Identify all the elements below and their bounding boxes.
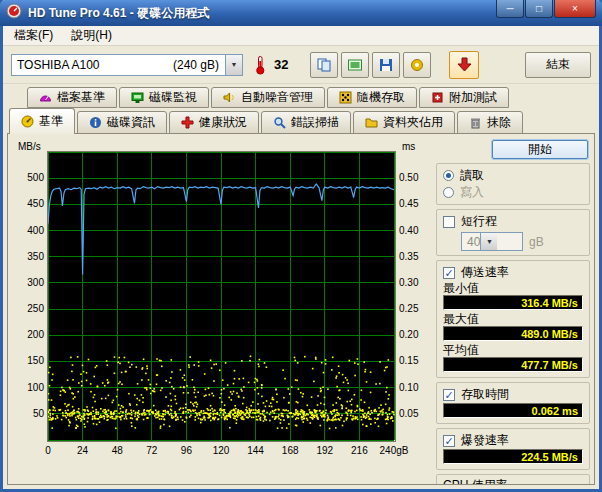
avg-value: 477.7 MB/s xyxy=(443,357,583,372)
svg-text:0.50: 0.50 xyxy=(399,172,419,183)
download-button[interactable] xyxy=(449,51,479,79)
toolbar-button-group xyxy=(310,52,431,78)
error-scan-icon xyxy=(273,116,286,129)
tab-label: 磁碟資訊 xyxy=(107,114,155,131)
svg-text:150: 150 xyxy=(27,355,44,366)
access-time-checkbox[interactable]: 存取時間 xyxy=(443,386,583,403)
title-bar: HD Tune Pro 4.61 - 硬碟公用程式 ─ □ × xyxy=(0,0,602,26)
exit-button[interactable]: 結束 xyxy=(525,52,591,78)
tab-erase[interactable]: 抹除 xyxy=(457,111,523,134)
tab-row-bottom: 基準磁碟資訊健康狀況錯誤掃描資料夾佔用抹除 xyxy=(3,108,599,134)
aam-icon xyxy=(223,91,236,104)
svg-text:48: 48 xyxy=(112,445,124,456)
caption-buttons: ─ □ × xyxy=(496,0,596,18)
tab-label: 附加測試 xyxy=(449,89,497,106)
svg-text:200: 200 xyxy=(27,329,44,340)
svg-text:72: 72 xyxy=(146,445,158,456)
start-button[interactable]: 開始 xyxy=(492,140,588,159)
short-stroke-checkbox[interactable]: 短行程 xyxy=(443,213,583,230)
burst-rate-group: 爆發速率 224.5 MB/s xyxy=(436,428,590,470)
svg-text:MB/s: MB/s xyxy=(18,141,41,152)
burst-rate-label: 爆發速率 xyxy=(461,432,509,449)
minimize-button[interactable]: ─ xyxy=(496,0,524,18)
transfer-rate-group: 傳送速率 最小值 316.4 MB/s 最大值 489.0 MB/s 平均值 4… xyxy=(436,260,590,378)
max-label: 最大值 xyxy=(443,312,583,326)
folder-usage-icon xyxy=(365,116,378,129)
tab-label: 錯誤掃描 xyxy=(291,114,339,131)
svg-text:350: 350 xyxy=(27,251,44,262)
short-stroke-size-row: 40 ▼ gB xyxy=(461,232,583,251)
svg-text:216: 216 xyxy=(351,445,368,456)
tab-extra-tests[interactable]: 附加測試 xyxy=(419,87,509,108)
svg-text:0.35: 0.35 xyxy=(399,251,419,262)
svg-text:0.15: 0.15 xyxy=(399,355,419,366)
radio-selected-icon xyxy=(443,170,454,181)
svg-text:0.10: 0.10 xyxy=(399,382,419,393)
screenshot-button[interactable] xyxy=(341,52,369,78)
burst-rate-checkbox[interactable]: 爆發速率 xyxy=(443,432,583,449)
thermometer-icon xyxy=(255,55,266,75)
tab-label: 檔案基準 xyxy=(57,89,105,106)
svg-text:500: 500 xyxy=(27,172,44,183)
app-icon xyxy=(6,3,22,23)
tab-error-scan[interactable]: 錯誤掃描 xyxy=(261,111,351,134)
copy-button[interactable] xyxy=(310,52,338,78)
svg-text:450: 450 xyxy=(27,198,44,209)
window-title: HD Tune Pro 4.61 - 硬碟公用程式 xyxy=(28,5,209,22)
svg-text:24: 24 xyxy=(77,445,89,456)
min-label: 最小值 xyxy=(443,281,583,295)
tab-disk-monitor[interactable]: 磁碟監視 xyxy=(119,87,209,108)
erase-icon xyxy=(469,116,482,129)
tab-folder-usage[interactable]: 資料夾佔用 xyxy=(353,111,455,134)
access-time-value: 0.062 ms xyxy=(443,403,583,418)
close-button[interactable]: × xyxy=(554,0,596,18)
tab-random-access[interactable]: 隨機存取 xyxy=(327,87,417,108)
svg-text:400: 400 xyxy=(27,225,44,236)
chevron-down-icon[interactable]: ▼ xyxy=(225,55,242,75)
cpu-usage-label: CPU 使用率 xyxy=(443,478,583,485)
svg-text:168: 168 xyxy=(282,445,299,456)
write-radio[interactable]: 寫入 xyxy=(443,184,583,201)
tab-disk-info[interactable]: 磁碟資訊 xyxy=(77,111,167,134)
checkbox-checked-icon xyxy=(443,435,455,447)
svg-text:ms: ms xyxy=(402,141,415,152)
svg-text:0.30: 0.30 xyxy=(399,277,419,288)
read-radio-label: 讀取 xyxy=(460,167,484,184)
tab-aam[interactable]: 自動噪音管理 xyxy=(211,87,325,108)
app-window: HD Tune Pro 4.61 - 硬碟公用程式 ─ □ × 檔案(F)說明(… xyxy=(0,0,602,492)
read-write-group: 讀取 寫入 xyxy=(436,163,590,205)
tab-file-benchmark[interactable]: 檔案基準 xyxy=(27,87,117,108)
radio-unselected-icon xyxy=(443,187,454,198)
svg-text:100: 100 xyxy=(27,382,44,393)
maximize-button[interactable]: □ xyxy=(525,0,553,18)
tab-label: 抹除 xyxy=(487,114,511,131)
burst-rate-value: 224.5 MB/s xyxy=(443,449,583,464)
drive-selector[interactable]: TOSHIBA A100 (240 gB) ▼ xyxy=(11,54,243,76)
svg-text:240gB: 240gB xyxy=(380,445,409,456)
svg-text:50: 50 xyxy=(33,408,45,419)
tab-health[interactable]: 健康狀況 xyxy=(169,111,259,134)
tab-benchmark[interactable]: 基準 xyxy=(9,108,75,134)
tab-label: 健康狀況 xyxy=(199,114,247,131)
menu-help[interactable]: 說明(H) xyxy=(62,26,121,45)
svg-text:300: 300 xyxy=(27,277,44,288)
download-icon xyxy=(456,56,473,73)
drive-capacity: (240 gB) xyxy=(173,58,219,72)
menu-file[interactable]: 檔案(F) xyxy=(5,26,62,45)
transfer-rate-checkbox[interactable]: 傳送速率 xyxy=(443,264,583,281)
short-stroke-select[interactable]: 40 ▼ xyxy=(461,232,523,251)
save-button[interactable] xyxy=(372,52,400,78)
read-radio[interactable]: 讀取 xyxy=(443,167,583,184)
svg-text:0.05: 0.05 xyxy=(399,408,419,419)
save-icon xyxy=(378,57,394,73)
tab-label: 隨機存取 xyxy=(357,89,405,106)
short-stroke-unit: gB xyxy=(529,235,544,249)
short-stroke-group: 短行程 40 ▼ gB xyxy=(436,209,590,256)
benchmark-page: MB/sms500.051000.101500.152000.202500.25… xyxy=(7,133,595,485)
disk-monitor-icon xyxy=(131,91,144,104)
svg-text:0.25: 0.25 xyxy=(399,303,419,314)
cpu-usage-group: CPU 使用率 6.4% xyxy=(436,474,590,485)
options-button[interactable] xyxy=(403,52,431,78)
svg-text:0.45: 0.45 xyxy=(399,198,419,209)
min-value: 316.4 MB/s xyxy=(443,295,583,310)
